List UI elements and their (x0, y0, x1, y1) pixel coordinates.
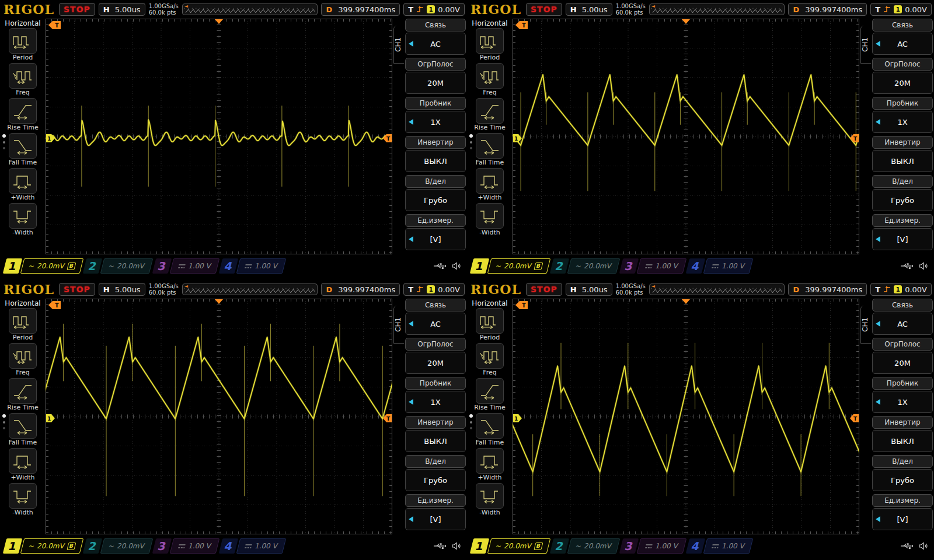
sidebar-item-rise-time[interactable]: Rise Time (467, 98, 513, 131)
menu-item-units[interactable]: Ед.измер. [V] (872, 494, 933, 530)
run-state-indicator[interactable]: STOP (59, 3, 95, 16)
channel2-indicator[interactable]: 2 ~ 20.0mV (85, 538, 151, 554)
sidebar-item-rise-time[interactable]: Rise Time (0, 378, 46, 411)
delay-readout[interactable]: D 399.997400ms (321, 283, 400, 296)
sidebar-item-plus-width[interactable]: +Width (0, 448, 46, 481)
menu-item-invert[interactable]: Инвертир ВЫКЛ (405, 416, 466, 452)
memory-position-bar[interactable]: ◄ (649, 4, 785, 15)
timebase-readout[interactable]: H 5.00us (566, 283, 612, 296)
menu-item-volts-div[interactable]: В/дел Грубо (405, 175, 466, 211)
channel2-indicator[interactable]: 2 ~ 20.0mV (552, 258, 618, 274)
sidebar-item-rise-time[interactable]: Rise Time (467, 378, 513, 411)
delay-readout[interactable]: D 399.997400ms (788, 3, 867, 16)
sidebar-item-minus-width[interactable]: -Width (467, 203, 513, 236)
sidebar-item-minus-width[interactable]: -Width (0, 203, 46, 236)
delay-readout[interactable]: D 399.997400ms (788, 283, 867, 296)
sidebar-item-plus-width[interactable]: +Width (467, 448, 513, 481)
menu-item-invert[interactable]: Инвертир ВЫКЛ (872, 136, 933, 172)
channel2-indicator[interactable]: 2 ~ 20.0mV (552, 538, 618, 554)
channel4-indicator[interactable]: 4 1.00 V (221, 538, 284, 554)
sidebar-item-plus-width[interactable]: +Width (0, 168, 46, 201)
scope-panel: RIGOL STOP H 5.00us 1.00GSa/s 60.0k pts … (467, 280, 934, 560)
sidebar-item-fall-time[interactable]: Fall Time (467, 413, 513, 446)
channel4-indicator[interactable]: 4 1.00 V (688, 538, 751, 554)
sidebar-item-period[interactable]: Period (467, 308, 513, 341)
sidebar-item-fall-time[interactable]: Fall Time (467, 133, 513, 166)
sidebar-item-minus-width[interactable]: -Width (0, 483, 46, 516)
menu-item-probe[interactable]: Пробник 1X (405, 97, 466, 133)
trigger-readout[interactable]: T 1 0.00V (870, 283, 932, 296)
sidebar-item-plus-width[interactable]: +Width (467, 168, 513, 201)
function-sidebar: Horizontal Period Freq (0, 19, 46, 256)
channel3-indicator[interactable]: 3 1.00 V (621, 538, 685, 554)
menu-item-probe[interactable]: Пробник 1X (872, 97, 933, 133)
memory-position-bar[interactable]: ◄ (649, 284, 785, 295)
channel1-indicator[interactable]: 1 ~ 20.0mV B (472, 538, 549, 554)
channel2-scale: 20.0mV (583, 542, 612, 550)
trigger-position-triangle[interactable] (215, 299, 223, 304)
sidebar-item-freq[interactable]: Freq (467, 63, 513, 96)
channel3-indicator[interactable]: 3 1.00 V (621, 258, 685, 274)
channel3-indicator[interactable]: 3 1.00 V (154, 538, 218, 554)
trigger-source-badge: 1 (427, 285, 435, 293)
channel4-indicator[interactable]: 4 1.00 V (688, 258, 751, 274)
channel2-indicator[interactable]: 2 ~ 20.0mV (85, 258, 151, 274)
menu-item-bandwidth-limit[interactable]: ОгрПолос 20M (405, 58, 466, 94)
sidebar-item-fall-time[interactable]: Fall Time (0, 133, 46, 166)
menu-item-probe[interactable]: Пробник 1X (872, 377, 933, 413)
sidebar-item-label: Period (13, 334, 33, 341)
run-state-indicator[interactable]: STOP (59, 283, 95, 296)
sidebar-item-freq[interactable]: Freq (467, 343, 513, 376)
sidebar-item-fall-time[interactable]: Fall Time (0, 413, 46, 446)
sidebar-item-minus-width[interactable]: -Width (467, 483, 513, 516)
sidebar-item-rise-time[interactable]: Rise Time (0, 98, 46, 131)
timebase-readout[interactable]: H 5.00us (566, 3, 612, 16)
trigger-position-triangle[interactable] (215, 19, 223, 24)
channel1-indicator[interactable]: 1 ~ 20.0mV B (5, 258, 82, 274)
sidebar-item-freq[interactable]: Freq (0, 343, 46, 376)
timebase-readout[interactable]: H 5.00us (99, 3, 145, 16)
channel1-indicator[interactable]: 1 ~ 20.0mV B (472, 258, 549, 274)
timebase-readout[interactable]: H 5.00us (99, 283, 145, 296)
delay-readout[interactable]: D 399.997400ms (321, 3, 400, 16)
menu-item-units[interactable]: Ед.измер. [V] (405, 214, 466, 250)
channel1-indicator[interactable]: 1 ~ 20.0mV B (5, 538, 82, 554)
sidebar-item-period[interactable]: Period (0, 28, 46, 61)
menu-item-units[interactable]: Ед.измер. [V] (872, 214, 933, 250)
sidebar-item-period[interactable]: Period (0, 308, 46, 341)
sidebar-item-freq[interactable]: Freq (0, 63, 46, 96)
scope-panel: RIGOL STOP H 5.00us 1.00GSa/s 60.0k pts … (467, 0, 934, 280)
sidebar-item-period[interactable]: Period (467, 28, 513, 61)
menu-item-header: Пробник (872, 377, 933, 390)
menu-item-bandwidth-limit[interactable]: ОгрПолос 20M (872, 338, 933, 374)
menu-item-probe[interactable]: Пробник 1X (405, 377, 466, 413)
menu-item-volts-div[interactable]: В/дел Грубо (872, 455, 933, 491)
trigger-readout[interactable]: T 1 0.00V (403, 3, 465, 16)
memory-position-bar[interactable]: ◄ (182, 4, 318, 15)
menu-item-coupling[interactable]: Связь AC (405, 19, 466, 55)
menu-item-bandwidth-limit[interactable]: ОгрПолос 20M (872, 58, 933, 94)
trigger-position-triangle[interactable] (682, 299, 690, 304)
trigger-readout[interactable]: T 1 0.00V (870, 3, 932, 16)
run-state-indicator[interactable]: STOP (526, 283, 562, 296)
menu-item-invert[interactable]: Инвертир ВЫКЛ (405, 136, 466, 172)
memory-position-bar[interactable]: ◄ (182, 284, 318, 295)
menu-item-coupling[interactable]: Связь AC (405, 299, 466, 335)
channel2-number: 2 (550, 258, 570, 274)
top-bar: RIGOL STOP H 5.00us 1.00GSa/s 60.0k pts … (0, 0, 467, 18)
channel3-indicator[interactable]: 3 1.00 V (154, 258, 218, 274)
channel4-indicator[interactable]: 4 1.00 V (221, 258, 284, 274)
menu-item-header: Ед.измер. (405, 494, 466, 507)
trigger-position-triangle[interactable] (682, 19, 690, 24)
run-state-indicator[interactable]: STOP (526, 3, 562, 16)
menu-item-coupling[interactable]: Связь AC (872, 299, 933, 335)
menu-item-coupling[interactable]: Связь AC (872, 19, 933, 55)
menu-item-volts-div[interactable]: В/дел Грубо (872, 175, 933, 211)
menu-item-volts-div[interactable]: В/дел Грубо (405, 455, 466, 491)
menu-item-units[interactable]: Ед.измер. [V] (405, 494, 466, 530)
dc-coupling-icon (177, 263, 187, 270)
menu-item-invert[interactable]: Инвертир ВЫКЛ (872, 416, 933, 452)
menu-item-value: 1X (897, 398, 907, 407)
menu-item-bandwidth-limit[interactable]: ОгрПолос 20M (405, 338, 466, 374)
trigger-readout[interactable]: T 1 0.00V (403, 283, 465, 296)
